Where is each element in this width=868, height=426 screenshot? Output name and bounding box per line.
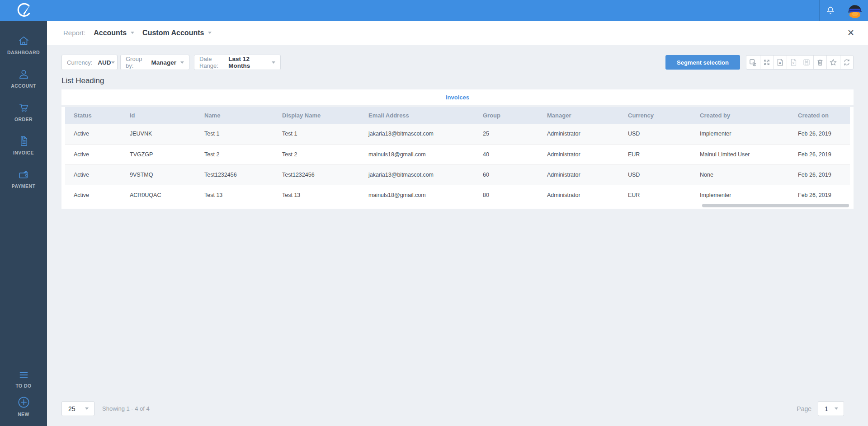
cell-manager: Administrator: [547, 144, 628, 164]
home-icon: [18, 35, 30, 47]
cell-display-name: Test 13: [282, 185, 368, 205]
cell-display-name: Test1232456: [282, 164, 368, 185]
sidebar-item-label: ACCOUNT: [11, 83, 36, 89]
currency-filter-value: AUD: [98, 59, 111, 66]
favorite-star-icon[interactable]: [826, 56, 840, 69]
app-logo[interactable]: [0, 0, 47, 21]
cell-status: Active: [65, 164, 130, 185]
sidebar-item-account[interactable]: ACCOUNT: [0, 61, 47, 95]
report-toolbar: Segment selection: [665, 55, 854, 70]
cell-id: 9VSTMQ: [130, 164, 204, 185]
table-container: Status Id Name Display Name Email Addres…: [61, 107, 854, 209]
cell-email: mainuls18@gmail.com: [368, 144, 483, 164]
report-label: Report:: [63, 29, 85, 37]
cell-created-on: Feb 26, 2019: [798, 185, 850, 205]
sidebar-item-invoice[interactable]: $ INVOICE: [0, 128, 47, 162]
cell-group: 80: [483, 185, 547, 205]
currency-filter[interactable]: Currency: AUD: [61, 55, 118, 70]
column-header-display-name[interactable]: Display Name: [282, 107, 368, 124]
chevron-down-icon: [272, 61, 275, 64]
sidebar-item-todo[interactable]: TO DO: [0, 365, 47, 393]
column-header-id[interactable]: Id: [130, 107, 204, 124]
close-icon[interactable]: ✕: [847, 28, 854, 37]
topbar: [0, 0, 868, 21]
invoice-icon: $: [18, 135, 30, 147]
chevron-down-icon: [180, 61, 184, 64]
wallet-icon: [18, 169, 30, 181]
notifications-button[interactable]: [819, 0, 841, 21]
sidebar-item-order[interactable]: ORDER: [0, 95, 47, 128]
report-name-select[interactable]: Custom Accounts: [142, 29, 212, 37]
column-header-currency[interactable]: Currency: [628, 107, 700, 124]
cell-name: Test1232456: [204, 164, 282, 185]
daterange-filter-label: Date Range:: [199, 56, 228, 69]
bell-icon: [826, 6, 835, 15]
sidebar-footer: TO DO NEW: [0, 358, 47, 420]
daterange-filter[interactable]: Date Range: Last 12 Months: [194, 55, 281, 70]
cell-display-name: Test 1: [282, 124, 368, 144]
sidebar-item-label: DASHBOARD: [7, 50, 40, 55]
page-size-select[interactable]: 25: [61, 401, 94, 416]
sidebar-item-label: ORDER: [14, 117, 33, 122]
column-header-created-on[interactable]: Created on: [798, 107, 850, 124]
accounts-table: Status Id Name Display Name Email Addres…: [65, 107, 850, 205]
table-row[interactable]: Active ACR0UQAC Test 13 Test 13 mainuls1…: [65, 185, 850, 205]
groupby-filter[interactable]: Group by: Manager: [120, 55, 189, 70]
cell-name: Test 1: [204, 124, 282, 144]
column-header-email[interactable]: Email Address: [368, 107, 483, 124]
sidebar-item-label: PAYMENT: [12, 183, 35, 189]
cell-name: Test 2: [204, 144, 282, 164]
table-row[interactable]: Active TVGZGP Test 2 Test 2 mainuls18@gm…: [65, 144, 850, 164]
sidebar-item-new[interactable]: NEW: [0, 393, 47, 420]
cell-email: mainuls18@gmail.com: [368, 185, 483, 205]
select-cursor-icon[interactable]: [746, 56, 760, 69]
tab-invoices[interactable]: Invoices: [446, 94, 469, 101]
column-header-created-by[interactable]: Created by: [700, 107, 798, 124]
table-row[interactable]: Active JEUVNK Test 1 Test 1 jakaria13@bi…: [65, 124, 850, 144]
groupby-filter-value: Manager: [151, 59, 176, 66]
sidebar-item-payment[interactable]: PAYMENT: [0, 162, 47, 195]
main-area: Report: Accounts Custom Accounts ✕ Curre…: [47, 21, 868, 426]
column-header-name[interactable]: Name: [204, 107, 282, 124]
refresh-icon[interactable]: [840, 56, 854, 69]
table-header-row: Status Id Name Display Name Email Addres…: [65, 107, 850, 124]
save-icon[interactable]: [800, 56, 813, 69]
list-icon: [18, 370, 30, 380]
filter-bar: Currency: AUD Group by: Manager Date Ran…: [61, 55, 854, 70]
page-number-select[interactable]: 1: [818, 401, 844, 416]
cell-created-on: Feb 26, 2019: [798, 164, 850, 185]
plus-circle-icon: [17, 396, 30, 409]
table-row[interactable]: Active 9VSTMQ Test1232456 Test1232456 ja…: [65, 164, 850, 185]
cell-status: Active: [65, 185, 130, 205]
delete-icon[interactable]: [813, 56, 827, 69]
list-heading: List Heading: [61, 76, 854, 85]
export-pdf-icon[interactable]: A: [773, 56, 787, 69]
showing-range-text: Showing 1 - 4 of 4: [102, 405, 150, 412]
segment-selection-button[interactable]: Segment selection: [665, 55, 740, 70]
cell-group: 60: [483, 164, 547, 185]
cell-id: JEUVNK: [130, 124, 204, 144]
chevron-down-icon: [85, 407, 89, 410]
cell-manager: Administrator: [547, 164, 628, 185]
sidebar-item-label: NEW: [18, 412, 29, 417]
column-header-status[interactable]: Status: [65, 107, 130, 124]
report-table-card: Invoices Status Id Name Display Name: [61, 89, 854, 209]
column-header-manager[interactable]: Manager: [547, 107, 628, 124]
currency-filter-label: Currency:: [67, 59, 92, 66]
user-avatar[interactable]: [847, 3, 863, 18]
export-excel-icon[interactable]: x: [787, 56, 800, 69]
pagination-bar: 25 Showing 1 - 4 of 4 Page 1: [61, 401, 844, 416]
cell-email: jakaria13@bitmascot.com: [368, 164, 483, 185]
cell-id: ACR0UQAC: [130, 185, 204, 205]
sidebar: DASHBOARD ACCOUNT ORDER $ INVOICE: [0, 21, 47, 426]
svg-text:A: A: [779, 61, 782, 65]
report-type-value: Accounts: [94, 29, 127, 37]
sidebar-item-label: INVOICE: [13, 150, 34, 155]
page-size-value: 25: [68, 405, 75, 412]
column-header-group[interactable]: Group: [483, 107, 547, 124]
sidebar-item-dashboard[interactable]: DASHBOARD: [0, 28, 47, 61]
expand-icon[interactable]: [760, 56, 774, 69]
cell-name: Test 13: [204, 185, 282, 205]
report-type-select[interactable]: Accounts: [94, 29, 134, 37]
horizontal-scrollbar[interactable]: [702, 204, 849, 207]
